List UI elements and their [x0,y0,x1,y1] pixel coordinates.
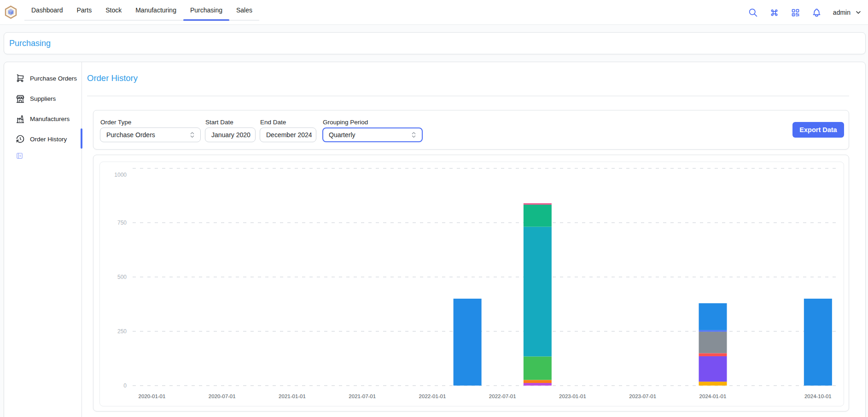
panel-title: Order History [87,73,138,83]
sidebar-item-suppliers[interactable]: Suppliers [4,89,82,109]
main-panel: Purchase Orders Suppliers Manufacturers … [4,62,866,417]
svg-text:250: 250 [117,328,127,335]
tab-parts[interactable]: Parts [70,0,99,20]
tab-sales[interactable]: Sales [229,0,259,20]
tab-purchasing[interactable]: Purchasing [183,0,229,20]
history-icon [16,134,25,144]
tab-stock[interactable]: Stock [99,0,128,20]
end-date-value: December 2024 [266,131,312,139]
tab-label: Dashboard [31,6,63,14]
building-factory-icon [16,115,25,124]
svg-text:750: 750 [117,220,127,226]
grouping-period-value: Quarterly [329,131,355,139]
sidebar-item-label: Purchase Orders [30,75,77,82]
svg-text:2023-07-01: 2023-07-01 [629,394,656,399]
page: Dashboard Parts Stock Manufacturing Purc… [0,0,868,417]
end-date-label: End Date [260,119,286,126]
app-logo-icon[interactable] [5,6,17,19]
order-type-select[interactable]: Purchase Orders [100,127,201,142]
order-type-value: Purchase Orders [106,131,155,139]
grouping-period-select[interactable]: Quarterly [322,127,423,142]
grouping-period-label: Grouping Period [323,119,368,126]
svg-text:2020-07-01: 2020-07-01 [209,394,236,399]
chart-panel: 025050075010002020-01-012020-07-012021-0… [93,155,850,411]
start-date-input[interactable]: January 2020 [205,127,256,142]
export-data-button[interactable]: Export Data [792,122,844,138]
grouping-period-field: Grouping Period Quarterly [322,127,423,142]
main-nav-tabs: Dashboard Parts Stock Manufacturing Purc… [24,0,259,21]
start-date-field: Start Date January 2020 [205,127,256,142]
username: admin [833,9,851,16]
search-icon[interactable] [748,8,758,17]
svg-text:2024-10-01: 2024-10-01 [804,394,832,399]
tab-label: Stock [105,6,122,14]
order-type-label: Order Type [100,119,131,126]
end-date-field: End Date December 2024 [260,127,316,142]
breadcrumb-bar: Purchasing [4,32,866,54]
tab-label: Purchasing [190,6,222,14]
tab-manufacturing[interactable]: Manufacturing [128,0,183,20]
svg-text:2021-01-01: 2021-01-01 [279,394,306,399]
sidebar-item-manufacturers[interactable]: Manufacturers [4,109,82,129]
command-icon[interactable] [769,8,779,17]
sidebar-active-indicator [81,128,82,149]
tab-dashboard[interactable]: Dashboard [24,0,70,20]
navbar-actions: admin [748,0,862,25]
tab-label: Parts [77,6,92,14]
svg-text:2022-07-01: 2022-07-01 [489,394,516,399]
svg-text:2022-01-01: 2022-01-01 [419,394,446,399]
user-menu[interactable]: admin [833,9,862,16]
navbar: Dashboard Parts Stock Manufacturing Purc… [0,0,868,25]
sidebar-item-label: Manufacturers [30,116,70,122]
sidebar-item-label: Order History [30,136,67,143]
start-date-label: Start Date [205,119,233,126]
tab-label: Manufacturing [135,6,176,14]
svg-text:2024-01-01: 2024-01-01 [699,394,727,399]
divider [87,96,849,96]
qrcode-icon[interactable] [791,8,800,17]
svg-text:2020-01-01: 2020-01-01 [139,394,166,399]
sidebar-item-order-history[interactable]: Order History [4,129,82,149]
sidebar: Purchase Orders Suppliers Manufacturers … [4,62,82,417]
order-type-field: Order Type Purchase Orders [100,127,201,142]
sidebar-collapse-icon[interactable] [16,152,23,160]
select-caret-icon [411,131,416,139]
svg-text:1000: 1000 [114,172,127,178]
chart-card: 025050075010002020-01-012020-07-012021-0… [99,162,844,406]
end-date-input[interactable]: December 2024 [260,127,316,142]
shopping-cart-icon [16,74,25,83]
chevron-down-icon [855,9,862,16]
order-history-chart[interactable]: 025050075010002020-01-012020-07-012021-0… [100,162,844,405]
notifications-bell-icon[interactable] [812,8,821,17]
svg-text:2023-01-01: 2023-01-01 [559,394,586,399]
sidebar-item-label: Suppliers [30,95,56,102]
filter-toolbar: Order Type Purchase Orders Start Date Ja… [93,110,850,150]
sidebar-item-purchase-orders[interactable]: Purchase Orders [4,68,82,88]
select-caret-icon [190,131,195,139]
svg-text:2021-07-01: 2021-07-01 [349,394,376,399]
start-date-value: January 2020 [211,131,250,139]
breadcrumb-purchasing[interactable]: Purchasing [9,39,51,48]
svg-text:500: 500 [117,274,127,280]
tab-label: Sales [236,6,252,14]
svg-text:0: 0 [123,382,127,389]
building-store-icon [16,94,25,104]
